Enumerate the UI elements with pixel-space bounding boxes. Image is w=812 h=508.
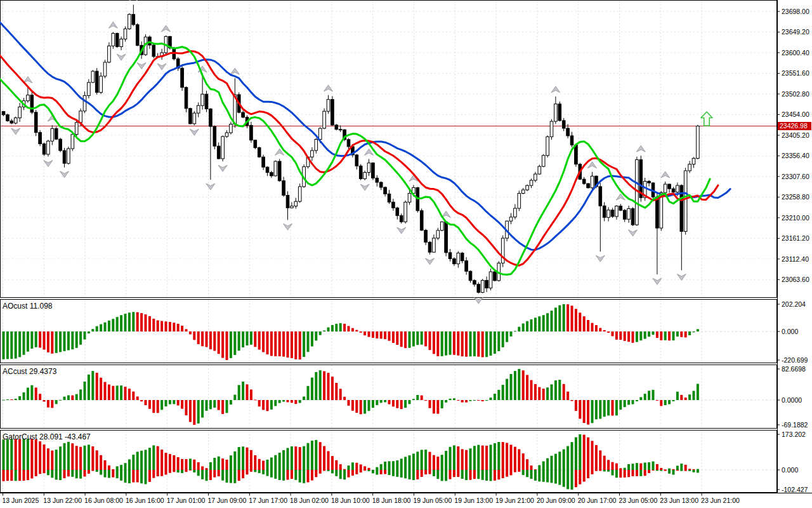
candle-body (331, 100, 334, 125)
candle-body (538, 166, 541, 174)
histogram-bar (165, 321, 167, 331)
histogram-bar (206, 468, 208, 470)
histogram-bar (84, 331, 86, 340)
histogram-bar (624, 470, 626, 478)
candle-body (672, 189, 675, 192)
histogram-bar (396, 460, 398, 470)
histogram-bar (612, 470, 614, 476)
histogram-bar (278, 331, 281, 356)
histogram-bar (648, 470, 650, 473)
histogram-bar (116, 317, 119, 331)
histogram-bar (599, 400, 601, 419)
histogram-bar (238, 470, 240, 481)
histogram-bar (351, 400, 354, 411)
histogram-bar (79, 389, 82, 400)
histogram-bar (668, 469, 671, 470)
histogram-bar (688, 470, 691, 471)
histogram-bar (546, 470, 549, 483)
chart-canvas[interactable] (0, 0, 812, 508)
histogram-bar (490, 470, 492, 481)
histogram-bar (355, 463, 358, 470)
histogram-bar (376, 331, 378, 338)
candle-body (607, 210, 610, 217)
histogram-bar (392, 470, 395, 476)
candle-body (436, 231, 440, 238)
histogram-bar (132, 455, 134, 470)
candle-body (457, 253, 460, 264)
histogram-bar (571, 442, 573, 470)
histogram-bar (339, 323, 342, 331)
histogram-bar (563, 384, 565, 400)
histogram-bar (563, 304, 565, 331)
histogram-bar (299, 470, 301, 483)
candle-body (213, 126, 216, 146)
histogram-bar (522, 470, 525, 475)
candle-body (384, 187, 387, 194)
histogram-bar (136, 470, 139, 483)
histogram-bar (664, 470, 667, 471)
histogram-bar (652, 470, 655, 471)
candle-body (34, 112, 37, 133)
histogram-bar (221, 400, 224, 414)
histogram-bar (67, 442, 70, 470)
candle-body (546, 137, 549, 155)
histogram-bar (152, 400, 155, 413)
histogram-bar (546, 387, 549, 400)
histogram-bar (30, 385, 33, 400)
histogram-bar (59, 331, 62, 352)
histogram-bar (348, 470, 350, 478)
histogram-bar (88, 375, 90, 400)
histogram-bar (238, 447, 240, 470)
histogram-bar (132, 470, 134, 483)
histogram-bar (132, 312, 134, 331)
histogram-bar (363, 400, 366, 414)
histogram-bar (10, 331, 13, 359)
histogram-bar (71, 396, 74, 400)
histogram-bar (201, 331, 204, 346)
histogram-bar (88, 444, 90, 470)
candle-body (477, 284, 480, 293)
histogram-bar (181, 400, 183, 409)
histogram-bar (457, 446, 459, 470)
histogram-bar (6, 470, 9, 481)
histogram-bar (15, 399, 17, 400)
histogram-bar (193, 400, 195, 425)
candle-body (494, 272, 497, 281)
histogram-bar (542, 470, 545, 482)
histogram-bar (436, 457, 439, 470)
candle-body (225, 133, 228, 137)
candle-body (615, 206, 619, 217)
candle-body (197, 105, 200, 113)
histogram-bar (351, 328, 354, 331)
histogram-bar (15, 439, 17, 470)
histogram-bar (160, 400, 163, 410)
candle-body (587, 184, 590, 188)
histogram-bar (368, 331, 370, 337)
histogram-bar (566, 392, 569, 400)
histogram-bar (461, 331, 464, 356)
candle-body (392, 202, 395, 208)
histogram-bar (481, 331, 484, 358)
histogram-bar (424, 470, 427, 474)
histogram-bar (91, 470, 94, 471)
candle-body (79, 111, 82, 123)
histogram-bar (197, 462, 200, 470)
histogram-bar (526, 459, 528, 470)
candle-body (379, 182, 383, 187)
histogram-bar (104, 382, 107, 401)
histogram-bar (291, 400, 293, 403)
histogram-bar (3, 439, 5, 470)
histogram-bar (307, 331, 310, 352)
candle-body (266, 167, 269, 173)
histogram-bar (693, 391, 695, 401)
histogram-bar (165, 470, 167, 475)
candle-body (461, 253, 464, 261)
histogram-bar (233, 470, 236, 483)
histogram-bar (233, 395, 236, 400)
candle-body (250, 125, 253, 140)
histogram-bar (612, 400, 614, 416)
candle-body (209, 109, 213, 127)
histogram-bar (250, 389, 252, 400)
histogram-bar (579, 400, 581, 419)
candle-body (489, 272, 492, 288)
